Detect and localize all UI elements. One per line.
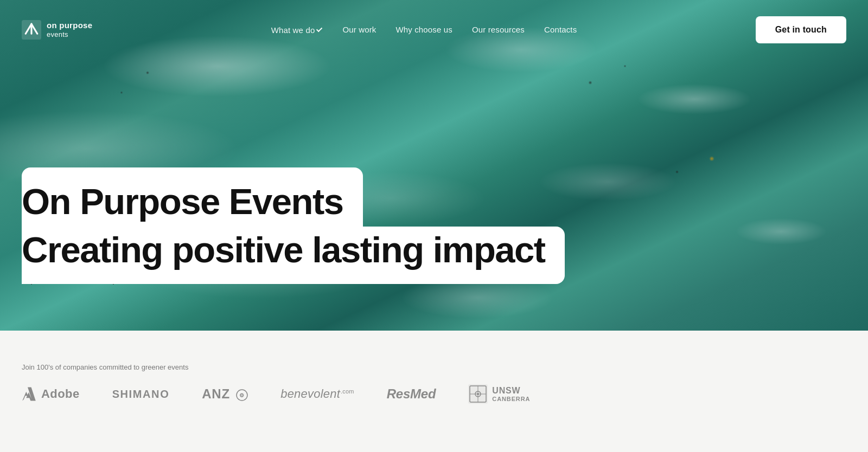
title-line2: Creating positive lasting impact xyxy=(22,227,565,284)
resmed-text: ResMed xyxy=(387,386,436,402)
partners-logos: Adobe SHIMANO ANZ ⚙ benevolent.c xyxy=(22,384,846,404)
get-in-touch-button[interactable]: Get in touch xyxy=(756,16,846,43)
adobe-text: Adobe xyxy=(41,387,80,401)
partner-adobe: Adobe xyxy=(22,386,80,402)
unsw-text: UNSW CANBERRA xyxy=(492,385,530,403)
chevron-down-icon xyxy=(316,26,322,32)
nav-link-our-work[interactable]: Our work xyxy=(342,25,376,34)
page-wrapper: on purpose events What we do Our work Wh… xyxy=(0,0,868,452)
nav-link-contacts[interactable]: Contacts xyxy=(544,25,577,34)
nav-link-why-choose-us[interactable]: Why choose us xyxy=(395,25,452,34)
main-content: We're a sustainable event management com… xyxy=(0,331,868,347)
title-line1: On Purpose Events xyxy=(22,167,363,226)
svg-text:⚙: ⚙ xyxy=(239,392,245,398)
shimano-text: SHIMANO xyxy=(112,388,170,401)
title-block: On Purpose Events Creating positive last… xyxy=(22,167,565,284)
unsw-crest-icon xyxy=(468,384,488,404)
partner-anz: ANZ ⚙ xyxy=(202,386,248,402)
logo-text: on purpose events xyxy=(47,20,92,40)
anz-text: ANZ ⚙ xyxy=(202,386,248,402)
nav-item-why-choose-us[interactable]: Why choose us xyxy=(395,25,452,35)
partners-section: Join 100's of companies committed to gre… xyxy=(0,347,868,425)
partner-resmed: ResMed xyxy=(387,386,436,402)
nav-item-what-we-do[interactable]: What we do xyxy=(271,25,323,35)
adobe-icon xyxy=(22,386,37,402)
partners-label: Join 100's of companies committed to gre… xyxy=(22,363,846,371)
nav-item-contacts[interactable]: Contacts xyxy=(544,25,577,35)
nav-links: What we do Our work Why choose us Our re… xyxy=(271,25,577,35)
nav-item-our-work[interactable]: Our work xyxy=(342,25,376,35)
nav-item-our-resources[interactable]: Our resources xyxy=(472,25,525,35)
logo[interactable]: on purpose events xyxy=(22,20,92,40)
nav-link-what-we-do[interactable]: What we do xyxy=(271,25,323,35)
hero-title-section: On Purpose Events Creating positive last… xyxy=(0,167,868,284)
anz-icon: ⚙ xyxy=(236,389,248,401)
nav-link-our-resources[interactable]: Our resources xyxy=(472,25,525,34)
partner-unsw: UNSW CANBERRA xyxy=(468,384,530,404)
logo-icon xyxy=(22,20,41,40)
partner-benevolent: benevolent.com xyxy=(280,387,354,401)
benevolent-text: benevolent.com xyxy=(280,387,354,401)
svg-point-8 xyxy=(477,393,479,395)
main-nav: on purpose events What we do Our work Wh… xyxy=(0,0,868,60)
partner-shimano: SHIMANO xyxy=(112,388,170,401)
